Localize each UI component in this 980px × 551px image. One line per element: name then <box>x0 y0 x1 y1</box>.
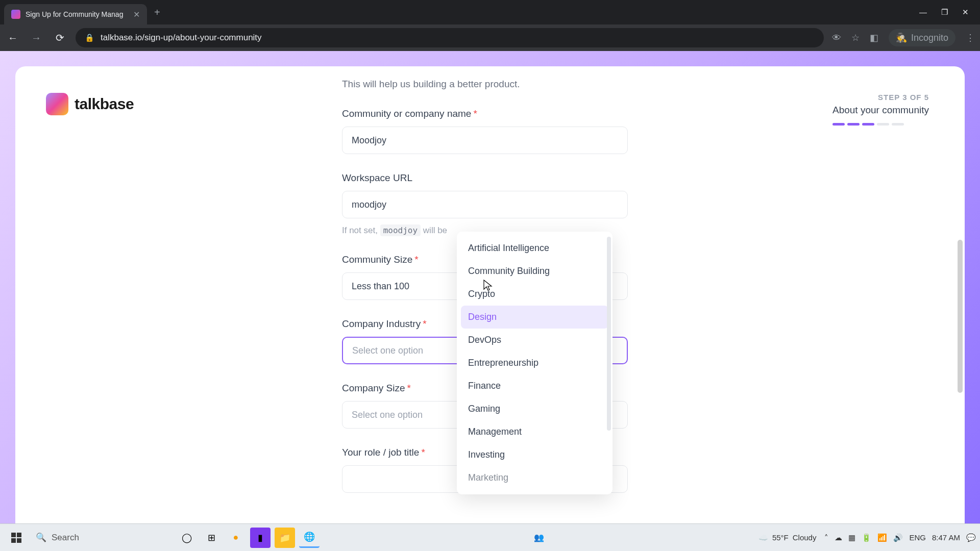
logo-mark-icon <box>46 93 68 115</box>
tray-app-icon[interactable]: ▦ <box>848 533 855 542</box>
step-bar <box>862 123 874 126</box>
browser-chrome: Sign Up for Community Manag ✕ + — ❐ ✕ ← … <box>0 0 980 51</box>
weather-temp: 55°F <box>772 533 789 542</box>
workspace-url-input[interactable]: moodjoy <box>342 191 628 218</box>
taskbar-search[interactable]: 🔍 Search <box>29 527 172 548</box>
start-button[interactable] <box>4 525 29 550</box>
required-asterisk: * <box>421 447 425 458</box>
taskbar-app-icon[interactable]: ● <box>226 528 246 548</box>
lock-icon: 🔒 <box>85 33 94 42</box>
chrome-icon[interactable]: 🌐 <box>299 528 320 548</box>
dropdown-item-gaming[interactable]: Gaming <box>457 397 612 420</box>
side-panel-icon[interactable]: ◧ <box>870 32 878 43</box>
wifi-icon[interactable]: 📶 <box>877 533 887 542</box>
dropdown-item-entrepreneurship[interactable]: Entrepreneurship <box>457 352 612 374</box>
logo-text: talkbase <box>75 95 134 113</box>
bookmark-star-icon[interactable]: ☆ <box>851 32 860 43</box>
language-indicator[interactable]: ENG <box>909 533 926 542</box>
required-asterisk: * <box>407 383 411 393</box>
step-bar <box>847 123 860 126</box>
weather-cond: Cloudy <box>793 533 817 542</box>
windows-logo-icon <box>11 533 21 543</box>
step-indicator: STEP 3 OF 5 About your community <box>832 93 929 126</box>
browser-tab[interactable]: Sign Up for Community Manag ✕ <box>4 4 147 24</box>
close-window-icon[interactable]: ✕ <box>962 8 969 17</box>
label-text: Your role / job title <box>342 447 419 458</box>
tray-icons: ˄ ☁ ▦ 🔋 📶 🔊 ENG 8:47 AM 💬 <box>824 533 976 542</box>
hint-prefix: If not set, <box>342 226 380 235</box>
logo[interactable]: talkbase <box>46 93 134 115</box>
battery-icon[interactable]: 🔋 <box>862 533 871 542</box>
taskbar-apps: ◯ ⊞ ● ▮ 📁 🌐 <box>177 528 320 548</box>
step-bar <box>832 123 845 126</box>
community-name-input[interactable]: Moodjoy <box>342 127 628 154</box>
incognito-label: Incognito <box>911 33 948 43</box>
community-name-field: Community or company name* Moodjoy <box>342 108 628 154</box>
menu-dots-icon[interactable]: ⋮ <box>966 32 975 43</box>
field-label: Community or company name* <box>342 108 628 119</box>
dropdown-item-design[interactable]: Design <box>461 306 608 329</box>
label-text: Community or company name <box>342 108 471 119</box>
dropdown-item-management[interactable]: Management <box>457 420 612 443</box>
dropdown-item-devops[interactable]: DevOps <box>457 329 612 352</box>
weather-widget[interactable]: ☁️ 55°F Cloudy <box>758 533 817 542</box>
step-bar <box>892 123 904 126</box>
dropdown-item-crypto[interactable]: Crypto <box>457 283 612 306</box>
clock[interactable]: 8:47 AM <box>932 533 960 542</box>
people-icon[interactable]: 👥 <box>534 533 544 542</box>
required-asterisk: * <box>423 318 426 329</box>
tab-bar: Sign Up for Community Manag ✕ + — ❐ ✕ <box>0 0 980 24</box>
new-tab-button[interactable]: + <box>154 7 160 18</box>
tab-close-icon[interactable]: ✕ <box>133 10 140 19</box>
maximize-icon[interactable]: ❐ <box>941 8 948 17</box>
search-placeholder: Search <box>52 533 79 543</box>
url-text: talkbase.io/sign-up/about-your-community <box>101 33 262 43</box>
dropdown-item-marketing[interactable]: Marketing <box>457 466 612 489</box>
reload-icon[interactable]: ⟳ <box>52 32 67 44</box>
dropdown-item-ai[interactable]: Artificial Intelligence <box>457 237 612 260</box>
back-icon[interactable]: ← <box>5 32 20 44</box>
taskbar-app-icon[interactable]: ▮ <box>250 528 271 548</box>
forward-icon[interactable]: → <box>29 32 44 44</box>
notifications-icon[interactable]: 💬 <box>966 533 976 542</box>
url-input[interactable]: 🔒 talkbase.io/sign-up/about-your-communi… <box>76 28 824 47</box>
dropdown-item-investing[interactable]: Investing <box>457 443 612 466</box>
label-text: Community Size <box>342 254 412 265</box>
incognito-badge[interactable]: 🕵 Incognito <box>889 29 955 46</box>
label-text: Company Industry <box>342 318 421 329</box>
form-subtitle: This will help us building a better prod… <box>342 79 628 90</box>
system-tray: ☁️ 55°F Cloudy ˄ ☁ ▦ 🔋 📶 🔊 ENG 8:47 AM 💬 <box>758 533 976 542</box>
industry-dropdown[interactable]: Artificial Intelligence Community Buildi… <box>457 232 612 494</box>
minimize-icon[interactable]: — <box>919 8 927 17</box>
address-bar-icons: 👁 ☆ ◧ 🕵 Incognito ⋮ <box>832 29 975 46</box>
page-viewport: talkbase STEP 3 OF 5 About your communit… <box>0 51 980 523</box>
field-label: Workspace URL <box>342 172 628 184</box>
hint-suffix: will be <box>423 226 447 235</box>
step-progress <box>832 123 929 126</box>
task-view-icon[interactable]: ◯ <box>177 528 197 548</box>
search-icon: 🔍 <box>36 532 46 543</box>
step-title: About your community <box>832 105 929 116</box>
dropdown-scrollbar[interactable] <box>607 237 611 431</box>
onedrive-icon[interactable]: ☁ <box>835 533 842 542</box>
label-text: Company Size <box>342 383 405 393</box>
file-explorer-icon[interactable]: 📁 <box>275 528 295 548</box>
weather-icon: ☁️ <box>758 533 768 542</box>
dropdown-item-community[interactable]: Community Building <box>457 260 612 283</box>
address-bar: ← → ⟳ 🔒 talkbase.io/sign-up/about-your-c… <box>0 24 980 51</box>
taskbar: 🔍 Search ◯ ⊞ ● ▮ 📁 🌐 👥 ☁️ 55°F Cloudy ˄ … <box>0 523 980 551</box>
window-controls: — ❐ ✕ <box>919 8 976 17</box>
tab-favicon <box>11 10 20 19</box>
step-bar <box>877 123 889 126</box>
page-scrollbar[interactable] <box>958 240 963 393</box>
hint-code: moodjoy <box>380 224 421 236</box>
step-label: STEP 3 OF 5 <box>832 93 929 102</box>
eye-off-icon[interactable]: 👁 <box>832 33 841 43</box>
tray-chevron-icon[interactable]: ˄ <box>824 533 828 542</box>
incognito-icon: 🕵 <box>896 32 907 43</box>
taskbar-app-icon[interactable]: ⊞ <box>201 528 222 548</box>
dropdown-item-finance[interactable]: Finance <box>457 374 612 397</box>
required-asterisk: * <box>414 254 418 265</box>
volume-icon[interactable]: 🔊 <box>893 533 903 542</box>
required-asterisk: * <box>473 108 477 119</box>
